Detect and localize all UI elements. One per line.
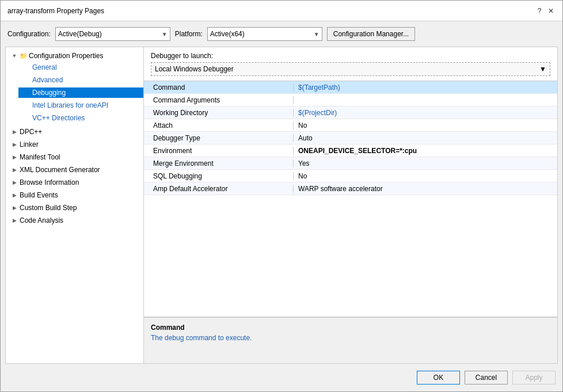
prop-value-environment: ONEAPI_DEVICE_SELECTOR=*:cpu <box>294 147 557 155</box>
sidebar-item-linker[interactable]: ▶ Linker <box>6 138 143 151</box>
root-collapse-icon: ▼ <box>10 52 18 60</box>
sidebar-item-browse-info[interactable]: ▶ Browse Information <box>6 176 143 189</box>
button-row: OK Cancel Apply <box>1 364 562 391</box>
title-bar-controls: ? ✕ <box>535 6 556 16</box>
sidebar: ▼ 📁 Configuration Properties General <box>6 47 144 363</box>
table-row[interactable]: Debugger Type Auto <box>144 132 557 144</box>
linker-label[interactable]: ▶ Linker <box>6 139 143 150</box>
advanced-label[interactable]: Advanced <box>18 75 143 85</box>
prop-value-debugger-type: Auto <box>294 134 557 142</box>
sidebar-item-manifest[interactable]: ▶ Manifest Tool <box>6 151 143 163</box>
prop-value-amp-accel: WARP software accelerator <box>294 185 557 193</box>
table-row[interactable]: Attach No <box>144 119 557 132</box>
prop-name-command-args: Command Arguments <box>144 96 294 104</box>
configuration-manager-button[interactable]: Configuration Manager... <box>327 27 415 41</box>
dpc-text: DPC++ <box>20 128 42 136</box>
prop-name-attach: Attach <box>144 121 294 130</box>
prop-name-working-dir: Working Directory <box>144 109 294 117</box>
platform-label: Platform: <box>175 30 203 38</box>
vc-dirs-text: VC++ Directories <box>32 114 85 122</box>
properties-table: Command $(TargetPath) Command Arguments … <box>144 81 557 317</box>
dpc-label[interactable]: ▶ DPC++ <box>6 127 143 137</box>
tree-root-label[interactable]: ▼ 📁 Configuration Properties <box>6 51 143 61</box>
table-row[interactable]: Merge Environment Yes <box>144 157 557 170</box>
intel-libs-text: Intel Libraries for oneAPI <box>32 101 108 109</box>
help-button[interactable]: ? <box>535 6 544 16</box>
description-text: The debug command to execute. <box>151 334 550 342</box>
table-row[interactable]: SQL Debugging No <box>144 170 557 182</box>
linker-expand-icon: ▶ <box>10 140 18 149</box>
sidebar-item-debugging[interactable]: Debugging <box>18 86 143 99</box>
prop-name-sql-debug: SQL Debugging <box>144 172 294 180</box>
advanced-spacer <box>23 76 31 84</box>
prop-value-working-dir: $(ProjectDir) <box>294 109 557 117</box>
prop-value-attach: No <box>294 121 557 130</box>
description-title: Command <box>151 324 550 332</box>
code-analysis-text: Code Analysis <box>20 216 63 224</box>
intel-libs-label[interactable]: Intel Libraries for oneAPI <box>18 100 143 111</box>
manifest-expand-icon: ▶ <box>10 153 18 161</box>
tree-root: ▼ 📁 Configuration Properties General <box>6 50 143 125</box>
xml-doc-text: XML Document Generator <box>20 166 100 174</box>
debugger-value: Local Windows Debugger <box>155 65 234 73</box>
linker-text: Linker <box>20 140 39 149</box>
manifest-text: Manifest Tool <box>20 153 60 161</box>
browse-info-text: Browse Information <box>20 178 79 187</box>
xml-doc-label[interactable]: ▶ XML Document Generator <box>6 165 143 175</box>
table-row[interactable]: Command Arguments <box>144 94 557 106</box>
dpc-expand-icon: ▶ <box>10 128 18 136</box>
custom-build-text: Custom Build Step <box>20 204 77 212</box>
table-row[interactable]: Working Directory $(ProjectDir) <box>144 106 557 119</box>
sidebar-item-build-events[interactable]: ▶ Build Events <box>6 189 143 201</box>
sidebar-item-advanced[interactable]: Advanced <box>18 74 143 86</box>
vc-dirs-label[interactable]: VC++ Directories <box>18 113 143 123</box>
prop-name-debugger-type: Debugger Type <box>144 134 294 142</box>
table-row[interactable]: Amp Default Accelerator WARP software ac… <box>144 182 557 195</box>
debugger-to-launch-label: Debugger to launch: <box>144 47 557 62</box>
configuration-dropdown[interactable]: Active(Debug) ▼ <box>55 27 170 41</box>
prop-value-command: $(TargetPath) <box>294 83 557 92</box>
general-spacer <box>23 63 31 71</box>
sidebar-item-intel-libs[interactable]: Intel Libraries for oneAPI <box>18 99 143 112</box>
tree-root-text: Configuration Properties <box>29 52 103 60</box>
platform-value: Active(x64) <box>210 30 245 38</box>
title-bar: array-transform Property Pages ? ✕ <box>1 1 562 21</box>
browse-info-expand-icon: ▶ <box>10 178 18 187</box>
sidebar-item-general[interactable]: General <box>18 61 143 74</box>
build-events-label[interactable]: ▶ Build Events <box>6 190 143 200</box>
general-label[interactable]: General <box>18 62 143 73</box>
prop-name-merge-env: Merge Environment <box>144 159 294 168</box>
vc-dirs-spacer <box>23 114 31 122</box>
sidebar-item-custom-build[interactable]: ▶ Custom Build Step <box>6 201 143 214</box>
close-button[interactable]: ✕ <box>546 6 556 16</box>
tree-children: General Advanced Debugging <box>6 61 143 124</box>
cancel-button[interactable]: Cancel <box>465 371 508 385</box>
sidebar-item-vc-dirs[interactable]: VC++ Directories <box>18 112 143 124</box>
platform-dropdown-arrow: ▼ <box>314 31 319 37</box>
sidebar-item-code-analysis[interactable]: ▶ Code Analysis <box>6 214 143 227</box>
property-pages-dialog: array-transform Property Pages ? ✕ Confi… <box>0 0 563 392</box>
manifest-label[interactable]: ▶ Manifest Tool <box>6 152 143 162</box>
code-analysis-expand-icon: ▶ <box>10 216 18 224</box>
table-row[interactable]: Environment ONEAPI_DEVICE_SELECTOR=*:cpu <box>144 144 557 157</box>
platform-dropdown[interactable]: Active(x64) ▼ <box>207 27 322 41</box>
config-row: Configuration: Active(Debug) ▼ Platform:… <box>1 21 562 47</box>
debugging-label[interactable]: Debugging <box>18 87 143 98</box>
browse-info-label[interactable]: ▶ Browse Information <box>6 177 143 188</box>
debugger-dropdown[interactable]: Local Windows Debugger ▼ <box>151 62 550 76</box>
sidebar-item-xml-doc[interactable]: ▶ XML Document Generator <box>6 163 143 176</box>
sidebar-item-dpc[interactable]: ▶ DPC++ <box>6 125 143 138</box>
intel-libs-spacer <box>23 101 31 109</box>
table-row[interactable]: Command $(TargetPath) <box>144 81 557 94</box>
general-text: General <box>32 63 57 71</box>
xml-doc-expand-icon: ▶ <box>10 166 18 174</box>
custom-build-label[interactable]: ▶ Custom Build Step <box>6 203 143 213</box>
build-events-text: Build Events <box>20 191 58 199</box>
debugging-spacer <box>23 89 31 97</box>
debugger-dropdown-arrow: ▼ <box>539 65 546 73</box>
advanced-text: Advanced <box>32 76 63 84</box>
code-analysis-label[interactable]: ▶ Code Analysis <box>6 215 143 226</box>
prop-name-command: Command <box>144 83 294 92</box>
ok-button[interactable]: OK <box>417 371 460 385</box>
apply-button[interactable]: Apply <box>512 371 556 385</box>
